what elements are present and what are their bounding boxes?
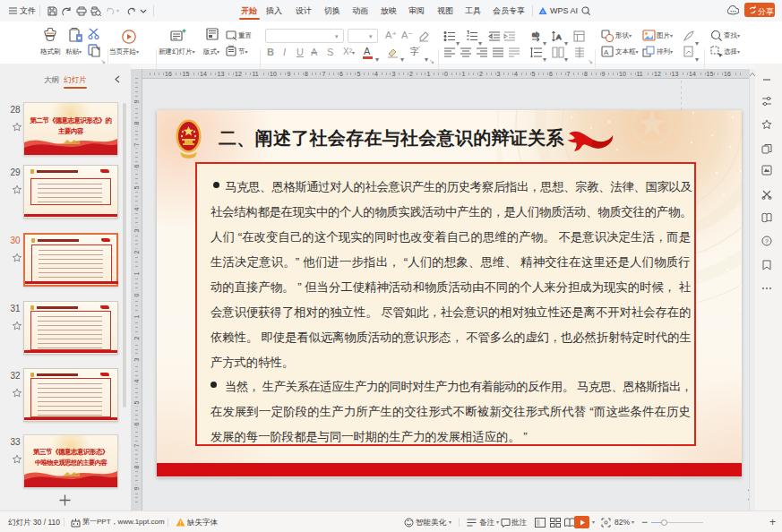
svg-text:ab: ab [532, 31, 539, 38]
svg-text:?: ? [765, 238, 769, 245]
svg-text:A: A [556, 33, 562, 41]
svg-text:A: A [604, 48, 609, 56]
